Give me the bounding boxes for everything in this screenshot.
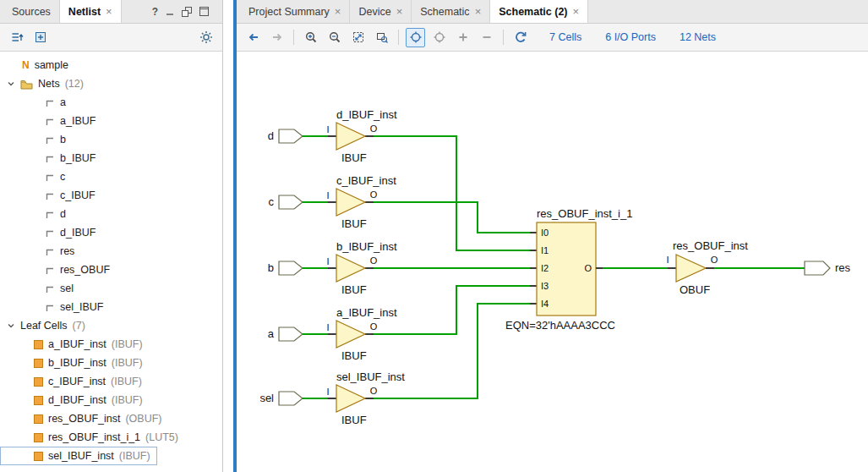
collapse-all-icon[interactable] <box>7 28 26 47</box>
tree-cell-a_IBUF_inst[interactable]: a_IBUF_inst(IBUF) <box>0 335 222 354</box>
zoom-selection-icon[interactable] <box>372 28 391 47</box>
highlight-selection-icon[interactable] <box>429 28 449 47</box>
port-b[interactable] <box>279 261 303 275</box>
close-icon[interactable]: × <box>475 5 482 18</box>
tree-cell-d_IBUF_inst-label: d_IBUF_inst <box>48 394 106 406</box>
zoom-fit-icon[interactable] <box>348 28 368 47</box>
tree-net-b[interactable]: b <box>0 130 222 149</box>
ibuf-d_IBUF_inst[interactable] <box>336 123 365 150</box>
tab-label: Project Summary <box>248 6 330 18</box>
tree-net-b_IBUF[interactable]: b_IBUF <box>0 149 222 167</box>
tree-net-sel[interactable]: sel <box>0 279 222 298</box>
tree-group-leaf-cells-suffix: (7) <box>73 320 85 332</box>
net-icon <box>44 228 55 239</box>
inst-label-a_IBUF_inst: a_IBUF_inst <box>336 306 397 319</box>
cell-icon <box>34 452 43 461</box>
obuf-res_OBUF_inst[interactable] <box>676 255 706 282</box>
tab-label: Device <box>358 6 390 18</box>
chevron-down-icon[interactable] <box>7 80 15 88</box>
tree-net-res_OBUF[interactable]: res_OBUF <box>0 261 222 279</box>
tab-project-summary[interactable]: Project Summary× <box>240 0 350 23</box>
tree-net-sel-label: sel <box>60 283 74 294</box>
tab-sources-label: Sources <box>12 6 51 18</box>
port-a[interactable] <box>279 327 303 341</box>
tree-cell-c_IBUF_inst-label: c_IBUF_inst <box>48 376 106 387</box>
tab-schematic-2-[interactable]: Schematic (2)× <box>490 0 588 23</box>
expand-plus-icon[interactable] <box>453 28 472 47</box>
tree-cell-d_IBUF_inst[interactable]: d_IBUF_inst(IBUF) <box>0 391 222 409</box>
port-label-a: a <box>268 327 275 340</box>
tree-cell-sel_IBUF_inst[interactable]: sel_IBUF_inst(IBUF) <box>0 447 157 465</box>
design-icon: N <box>22 59 30 71</box>
close-icon[interactable]: × <box>335 5 341 18</box>
zoom-in-icon[interactable] <box>301 28 320 47</box>
net-d_IBUF[interactable] <box>374 136 530 250</box>
tab-schematic[interactable]: Schematic× <box>412 0 490 23</box>
tree-net-c[interactable]: c <box>0 167 222 186</box>
tree-cell-c_IBUF_inst[interactable]: c_IBUF_inst(IBUF) <box>0 372 222 391</box>
close-icon[interactable]: × <box>573 5 580 18</box>
pin-label-i: I <box>666 255 669 265</box>
tree-group-leaf-cells[interactable]: Leaf Cells(7) <box>0 316 222 335</box>
port-label-d: d <box>268 129 274 142</box>
port-sel[interactable] <box>279 392 303 405</box>
tab-sources[interactable]: Sources <box>3 0 60 23</box>
help-icon[interactable]: ? <box>152 6 158 18</box>
ibuf-b_IBUF_inst[interactable] <box>336 255 365 282</box>
autofit-selection-icon[interactable] <box>406 28 425 47</box>
tree-root[interactable]: Nsample <box>0 56 222 74</box>
tree-cell-res_OBUF_inst[interactable]: res_OBUF_inst(OBUF) <box>0 409 222 428</box>
folder-icon <box>20 79 33 90</box>
expand-all-icon[interactable] <box>30 28 50 47</box>
panel-divider[interactable] <box>223 0 233 472</box>
close-icon[interactable]: × <box>106 5 112 18</box>
tree-group-nets[interactable]: Nets(12) <box>0 74 222 93</box>
schematic-canvas-area[interactable]: dIOd_IBUF_instIBUFcIOc_IBUF_instIBUFbIOb… <box>237 52 868 472</box>
pin-label-o: O <box>711 255 718 265</box>
settings-gear-icon[interactable] <box>196 28 216 47</box>
ibuf-a_IBUF_inst[interactable] <box>336 321 365 348</box>
collapse-minus-icon[interactable] <box>477 28 496 47</box>
tree-cell-res_OBUF_inst_i_1[interactable]: res_OBUF_inst_i_1(LUT5) <box>0 428 222 447</box>
port-label-b: b <box>268 261 274 274</box>
pin-label-i: I <box>326 387 329 397</box>
port-res[interactable] <box>805 261 830 275</box>
net-sel_IBUF[interactable] <box>374 304 530 398</box>
ibuf-c_IBUF_inst[interactable] <box>336 189 365 216</box>
tab-netlist[interactable]: Netlist × <box>60 0 122 23</box>
cell-icon <box>34 359 43 368</box>
tree-net-a[interactable]: a <box>0 93 222 112</box>
float-icon[interactable] <box>182 7 192 17</box>
tree-net-c_IBUF[interactable]: c_IBUF <box>0 186 222 205</box>
tree-net-c_IBUF-label: c_IBUF <box>60 189 96 201</box>
port-c[interactable] <box>279 195 303 209</box>
tab-device[interactable]: Device× <box>350 0 412 23</box>
forward-icon[interactable] <box>267 28 287 47</box>
net-icon <box>44 172 55 183</box>
port-d[interactable] <box>279 129 303 143</box>
net-c_IBUF[interactable] <box>374 202 530 233</box>
maximize-icon[interactable] <box>199 7 209 16</box>
panel-window-controls: ? <box>152 0 222 23</box>
tree-net-res[interactable]: res <box>0 242 222 261</box>
tree-net-res_OBUF-label: res_OBUF <box>60 264 110 276</box>
tree-net-sel_IBUF[interactable]: sel_IBUF <box>0 298 222 316</box>
tab-netlist-label: Netlist <box>68 6 101 18</box>
tree-net-d_IBUF[interactable]: d_IBUF <box>0 223 222 242</box>
minimize-icon[interactable] <box>166 8 174 16</box>
net-icon <box>44 97 55 108</box>
close-icon[interactable]: × <box>396 5 403 18</box>
back-icon[interactable] <box>243 28 263 47</box>
tree-net-a_IBUF[interactable]: a_IBUF <box>0 112 222 130</box>
schematic-stats: 7 Cells 6 I/O Ports 12 Nets <box>549 31 716 43</box>
schematic-canvas[interactable]: dIOd_IBUF_instIBUFcIOc_IBUF_instIBUFbIOb… <box>237 52 868 472</box>
net-icon <box>44 265 55 276</box>
chevron-down-icon[interactable] <box>7 321 15 330</box>
zoom-out-icon[interactable] <box>325 28 344 47</box>
ibuf-sel_IBUF_inst[interactable] <box>336 385 365 412</box>
stat-cells: 7 Cells <box>549 31 581 43</box>
tree-cell-b_IBUF_inst-suffix: (IBUF) <box>112 357 143 369</box>
regenerate-icon[interactable] <box>510 28 530 47</box>
tree-cell-b_IBUF_inst[interactable]: b_IBUF_inst(IBUF) <box>0 354 222 372</box>
tree-net-d[interactable]: d <box>0 205 222 223</box>
